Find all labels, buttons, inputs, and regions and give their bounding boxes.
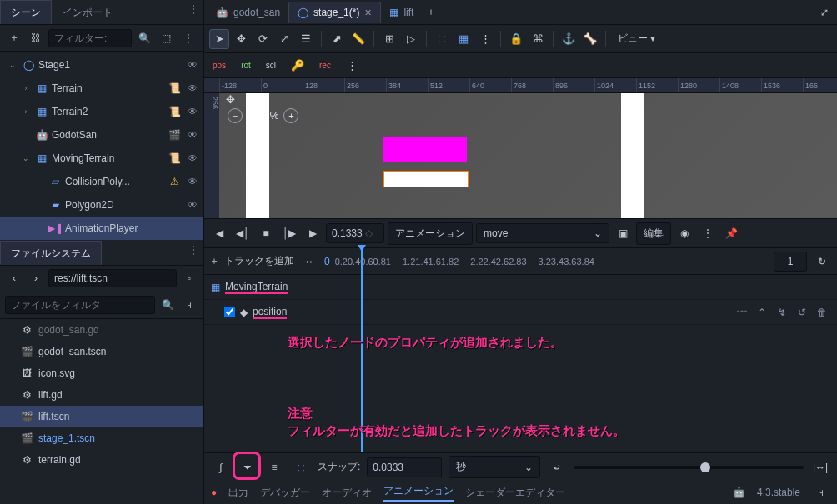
track-interp-button[interactable]: 〰 [734, 307, 750, 318]
warning-icon[interactable]: ⚠ [167, 176, 182, 187]
tool-snap-pixel[interactable]: ⸬ [432, 29, 452, 49]
tool-groups[interactable]: ⌘ [528, 29, 548, 49]
scene-filter-input[interactable] [48, 29, 132, 47]
visibility-icon[interactable]: 👁 [185, 176, 200, 187]
tree-node[interactable]: ▶❚ AnimationPlayer [0, 217, 203, 240]
anim-stop-button[interactable]: ■ [256, 223, 276, 243]
fs-layout-icon[interactable]: ⫞ [180, 296, 198, 314]
document-tab[interactable]: ◯ stage_1(*) ✕ [288, 2, 381, 23]
scene-filter-icon[interactable]: 🔍 [135, 29, 153, 47]
tool-group[interactable]: ⊞ [379, 29, 399, 49]
anim-label-dropdown[interactable]: アニメーション [388, 222, 473, 245]
expand-icon[interactable]: ⤢ [815, 3, 834, 22]
tree-expand-icon[interactable]: › [20, 84, 32, 92]
tab-audio[interactable]: オーディオ [322, 486, 372, 500]
track-node-row[interactable]: ▦ MovingTerrain [204, 275, 837, 300]
track-wrap-button[interactable]: ↯ [774, 307, 790, 318]
anim-onion-menu-icon[interactable]: ⋮ [698, 223, 718, 243]
track-property-row[interactable]: ◆ position 〰 ⌃ ↯ ↺ 🗑 [204, 300, 837, 325]
visibility-icon[interactable]: 👁 [185, 106, 200, 117]
visibility-icon[interactable]: 👁 [185, 152, 200, 164]
zoom-slider[interactable] [574, 466, 804, 469]
track-rows-icon[interactable]: ≡ [264, 457, 284, 477]
tool-anchor[interactable]: ⚓ [559, 29, 579, 49]
key-rec-button[interactable]: rec [316, 56, 334, 76]
tool-select[interactable]: ➤ [209, 29, 229, 49]
viewport-object[interactable] [246, 93, 269, 218]
close-icon[interactable]: ✕ [364, 7, 372, 18]
tree-node[interactable]: 🤖 GodotSan 🎬 👁 [0, 123, 203, 147]
track-ease-button[interactable]: ⌃ [754, 307, 770, 318]
tab-scene[interactable]: シーン [0, 0, 52, 24]
tool-snap-menu[interactable]: ⋮ [475, 29, 495, 49]
pin-layout-icon[interactable]: ⫞ [812, 483, 830, 502]
snap-unit-dropdown[interactable]: 秒⌄ [449, 456, 540, 478]
anim-duration-field[interactable]: 1 [774, 252, 807, 272]
zoom-out-button[interactable]: − [228, 108, 243, 123]
tool-pan[interactable]: ⬈ [327, 29, 347, 49]
snap-value-field[interactable]: 0.0333 [367, 457, 442, 477]
tree-node[interactable]: ⌄ ▦ MovingTerrain 📜 👁 [0, 147, 203, 170]
tree-expand-icon[interactable]: ⌄ [7, 61, 18, 69]
tab-shader[interactable]: シェーダーエディター [465, 486, 565, 500]
anim-time-field[interactable]: 0.1333 ◇ [326, 223, 384, 243]
tool-move[interactable]: ✥ [231, 29, 251, 49]
tab-animation[interactable]: アニメーション [383, 484, 454, 502]
tool-list[interactable]: ☰ [296, 29, 316, 49]
file-item[interactable]: ⚙ lift.gd [0, 384, 203, 406]
file-item[interactable]: 🖼 icon.svg [0, 362, 203, 384]
zoom-reset-button[interactable]: ⤾ [547, 457, 567, 477]
tool-scale[interactable]: ⤢ [274, 29, 294, 49]
view-menu[interactable]: ビュー ▾ [611, 32, 662, 46]
timeline-ruler[interactable]: 0.20.40.60.811.21.41.61.822.22.42.62.833… [335, 257, 769, 267]
anim-edit-button[interactable]: 編集 [636, 222, 671, 245]
key-pos-button[interactable]: pos [209, 56, 229, 76]
script-icon[interactable]: 📜 [167, 106, 182, 117]
tool-rotate[interactable]: ⟳ [253, 29, 273, 49]
track-filter-button[interactable]: ⏷ [238, 457, 258, 477]
file-item[interactable]: 🎬 stage_1.tscn [0, 427, 203, 449]
tree-node[interactable]: › ▦ Terrain 📜 👁 [0, 77, 203, 100]
link-node-button[interactable]: ⛓ [27, 29, 45, 47]
key-menu-icon[interactable]: ⋮ [343, 56, 363, 76]
scene-menu-icon[interactable]: ⋮ [183, 0, 203, 24]
tool-bone[interactable]: 🦴 [580, 29, 600, 49]
track-enable-checkbox[interactable] [224, 307, 235, 317]
viewport-object[interactable] [621, 93, 644, 218]
track-stretch-icon[interactable]: ↔ [299, 252, 319, 272]
tab-debugger[interactable]: デバッガー [260, 486, 310, 500]
tool-grid[interactable]: ▦ [454, 29, 474, 49]
instance-icon[interactable]: 🎬 [167, 129, 182, 141]
tab-import[interactable]: インポート [52, 0, 123, 24]
viewport-selected-object[interactable] [383, 171, 469, 187]
curve-mode-button[interactable]: ∫ [211, 457, 231, 477]
tree-node[interactable]: ▱ CollisionPoly... ⚠ 👁 [0, 170, 203, 193]
anim-autoplay-button[interactable]: ▣ [613, 223, 633, 243]
anim-onion-button[interactable]: ◉ [674, 223, 694, 243]
fs-filter-input[interactable] [5, 296, 155, 314]
add-track-button[interactable]: ＋ トラックを追加 [209, 254, 294, 268]
script-icon[interactable]: 📜 [167, 152, 182, 164]
add-tab-button[interactable]: ＋ [422, 3, 440, 22]
playhead[interactable] [361, 248, 363, 452]
viewport-object[interactable] [383, 137, 467, 162]
visibility-icon[interactable]: 👁 [185, 82, 200, 94]
tree-node[interactable]: ▰ Polygon2D 👁 [0, 193, 203, 217]
fs-back-button[interactable]: ‹ [5, 269, 23, 287]
tool-ruler[interactable]: 📏 [348, 29, 368, 49]
file-item[interactable]: ⚙ terrain.gd [0, 449, 203, 471]
anim-pin-button[interactable]: 📌 [721, 223, 741, 243]
add-node-button[interactable]: ＋ [5, 29, 23, 47]
file-item[interactable]: 🎬 godot_san.tscn [0, 341, 203, 362]
anim-name-dropdown[interactable]: move⌄ [476, 223, 609, 243]
scene-options-icon[interactable]: ⋮ [178, 29, 198, 47]
key-rot-button[interactable]: rot [238, 56, 254, 76]
tree-node[interactable]: › ▦ Terrain2 📜 👁 [0, 100, 203, 123]
anim-play-button[interactable]: ▶ [303, 223, 323, 243]
key-scl-button[interactable]: scl [263, 56, 279, 76]
document-tab[interactable]: ▦ lift [381, 2, 422, 23]
tool-lock[interactable]: 🔒 [506, 29, 526, 49]
file-item[interactable]: 🎬 lift.tscn [0, 406, 203, 427]
snap-toggle-button[interactable]: ⸬ [291, 457, 311, 477]
tool-skeleton[interactable]: ▷ [401, 29, 421, 49]
